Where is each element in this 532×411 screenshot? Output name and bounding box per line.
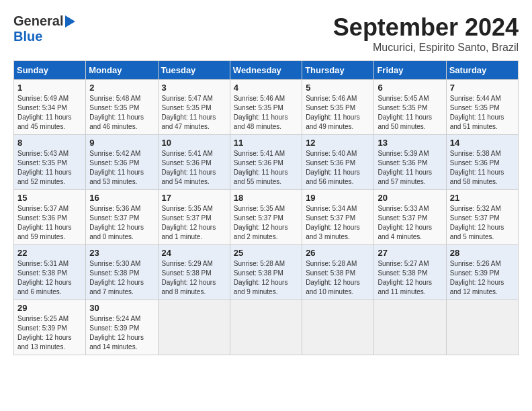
- col-sunday: Sunday: [14, 61, 86, 80]
- calendar-cell: 27Sunrise: 5:27 AM Sunset: 5:38 PM Dayli…: [374, 245, 446, 300]
- day-number: 10: [162, 138, 226, 148]
- calendar-cell: 29Sunrise: 5:25 AM Sunset: 5:39 PM Dayli…: [14, 300, 86, 355]
- calendar-cell: 25Sunrise: 5:28 AM Sunset: 5:38 PM Dayli…: [230, 245, 302, 300]
- calendar-cell: 5Sunrise: 5:46 AM Sunset: 5:35 PM Daylig…: [302, 80, 374, 135]
- calendar-subtitle: Mucurici, Espirito Santo, Brazil: [333, 42, 519, 54]
- day-number: 21: [450, 193, 515, 203]
- calendar-cell: [230, 300, 302, 355]
- day-info: Sunrise: 5:44 AM Sunset: 5:35 PM Dayligh…: [450, 94, 515, 132]
- day-info: Sunrise: 5:45 AM Sunset: 5:35 PM Dayligh…: [378, 94, 442, 132]
- calendar-cell: 1Sunrise: 5:49 AM Sunset: 5:34 PM Daylig…: [14, 80, 86, 135]
- day-number: 27: [378, 248, 442, 258]
- calendar-cell: [374, 300, 446, 355]
- calendar-cell: 12Sunrise: 5:40 AM Sunset: 5:36 PM Dayli…: [302, 135, 374, 190]
- calendar-cell: 10Sunrise: 5:41 AM Sunset: 5:36 PM Dayli…: [158, 135, 230, 190]
- calendar-cell: 15Sunrise: 5:37 AM Sunset: 5:36 PM Dayli…: [14, 190, 86, 245]
- day-number: 2: [89, 83, 154, 93]
- calendar-cell: 26Sunrise: 5:28 AM Sunset: 5:38 PM Dayli…: [302, 245, 374, 300]
- day-number: 23: [89, 248, 154, 258]
- calendar-cell: 4Sunrise: 5:46 AM Sunset: 5:35 PM Daylig…: [230, 80, 302, 135]
- day-number: 16: [89, 193, 154, 203]
- col-saturday: Saturday: [446, 61, 518, 80]
- day-info: Sunrise: 5:41 AM Sunset: 5:36 PM Dayligh…: [234, 149, 298, 187]
- day-info: Sunrise: 5:35 AM Sunset: 5:37 PM Dayligh…: [162, 204, 226, 242]
- calendar-week-5: 29Sunrise: 5:25 AM Sunset: 5:39 PM Dayli…: [14, 300, 519, 355]
- day-number: 20: [378, 193, 442, 203]
- day-info: Sunrise: 5:26 AM Sunset: 5:39 PM Dayligh…: [450, 259, 515, 297]
- day-info: Sunrise: 5:27 AM Sunset: 5:38 PM Dayligh…: [378, 259, 442, 297]
- calendar-cell: 23Sunrise: 5:30 AM Sunset: 5:38 PM Dayli…: [86, 245, 158, 300]
- calendar-cell: [158, 300, 230, 355]
- day-info: Sunrise: 5:37 AM Sunset: 5:36 PM Dayligh…: [17, 204, 82, 242]
- calendar-cell: 2Sunrise: 5:48 AM Sunset: 5:35 PM Daylig…: [86, 80, 158, 135]
- day-info: Sunrise: 5:32 AM Sunset: 5:37 PM Dayligh…: [450, 204, 515, 242]
- day-number: 18: [234, 193, 298, 203]
- calendar-cell: [446, 300, 518, 355]
- header-row: Sunday Monday Tuesday Wednesday Thursday…: [14, 61, 519, 80]
- logo-text: General: [13, 13, 63, 29]
- day-info: Sunrise: 5:47 AM Sunset: 5:35 PM Dayligh…: [162, 94, 226, 132]
- day-info: Sunrise: 5:43 AM Sunset: 5:35 PM Dayligh…: [17, 149, 82, 187]
- calendar-cell: 24Sunrise: 5:29 AM Sunset: 5:38 PM Dayli…: [158, 245, 230, 300]
- day-number: 28: [450, 248, 515, 258]
- day-info: Sunrise: 5:30 AM Sunset: 5:38 PM Dayligh…: [89, 259, 154, 297]
- calendar-cell: 7Sunrise: 5:44 AM Sunset: 5:35 PM Daylig…: [446, 80, 518, 135]
- day-info: Sunrise: 5:40 AM Sunset: 5:36 PM Dayligh…: [306, 149, 370, 187]
- day-number: 30: [89, 303, 154, 313]
- day-number: 4: [234, 83, 298, 93]
- day-info: Sunrise: 5:41 AM Sunset: 5:36 PM Dayligh…: [162, 149, 226, 187]
- calendar-cell: 9Sunrise: 5:42 AM Sunset: 5:36 PM Daylig…: [86, 135, 158, 190]
- day-info: Sunrise: 5:25 AM Sunset: 5:39 PM Dayligh…: [17, 314, 82, 352]
- col-friday: Friday: [374, 61, 446, 80]
- calendar-body: 1Sunrise: 5:49 AM Sunset: 5:34 PM Daylig…: [14, 80, 519, 355]
- calendar-cell: 22Sunrise: 5:31 AM Sunset: 5:38 PM Dayli…: [14, 245, 86, 300]
- calendar-week-2: 8Sunrise: 5:43 AM Sunset: 5:35 PM Daylig…: [14, 135, 519, 190]
- calendar-cell: 28Sunrise: 5:26 AM Sunset: 5:39 PM Dayli…: [446, 245, 518, 300]
- day-info: Sunrise: 5:38 AM Sunset: 5:36 PM Dayligh…: [450, 149, 515, 187]
- calendar-cell: 19Sunrise: 5:34 AM Sunset: 5:37 PM Dayli…: [302, 190, 374, 245]
- day-info: Sunrise: 5:28 AM Sunset: 5:38 PM Dayligh…: [234, 259, 298, 297]
- day-number: 22: [17, 248, 82, 258]
- page-header: General Blue September 2024 Mucurici, Es…: [13, 13, 519, 54]
- calendar-cell: 14Sunrise: 5:38 AM Sunset: 5:36 PM Dayli…: [446, 135, 518, 190]
- day-number: 7: [450, 83, 515, 93]
- day-info: Sunrise: 5:31 AM Sunset: 5:38 PM Dayligh…: [17, 259, 82, 297]
- calendar-cell: 13Sunrise: 5:39 AM Sunset: 5:36 PM Dayli…: [374, 135, 446, 190]
- day-number: 14: [450, 138, 515, 148]
- day-info: Sunrise: 5:46 AM Sunset: 5:35 PM Dayligh…: [306, 94, 370, 132]
- day-info: Sunrise: 5:29 AM Sunset: 5:38 PM Dayligh…: [162, 259, 226, 297]
- day-number: 12: [306, 138, 370, 148]
- day-info: Sunrise: 5:39 AM Sunset: 5:36 PM Dayligh…: [378, 149, 442, 187]
- day-info: Sunrise: 5:42 AM Sunset: 5:36 PM Dayligh…: [89, 149, 154, 187]
- calendar-cell: 8Sunrise: 5:43 AM Sunset: 5:35 PM Daylig…: [14, 135, 86, 190]
- day-number: 13: [378, 138, 442, 148]
- day-number: 26: [306, 248, 370, 258]
- logo-blue-text: Blue: [13, 29, 42, 44]
- day-number: 9: [89, 138, 154, 148]
- day-number: 17: [162, 193, 226, 203]
- day-info: Sunrise: 5:36 AM Sunset: 5:37 PM Dayligh…: [89, 204, 154, 242]
- calendar-cell: 30Sunrise: 5:24 AM Sunset: 5:39 PM Dayli…: [86, 300, 158, 355]
- col-tuesday: Tuesday: [158, 61, 230, 80]
- calendar-cell: 17Sunrise: 5:35 AM Sunset: 5:37 PM Dayli…: [158, 190, 230, 245]
- title-block: September 2024 Mucurici, Espirito Santo,…: [333, 13, 519, 54]
- day-number: 8: [17, 138, 82, 148]
- col-thursday: Thursday: [302, 61, 374, 80]
- calendar-cell: 11Sunrise: 5:41 AM Sunset: 5:36 PM Dayli…: [230, 135, 302, 190]
- day-number: 6: [378, 83, 442, 93]
- day-number: 29: [17, 303, 82, 313]
- day-info: Sunrise: 5:49 AM Sunset: 5:34 PM Dayligh…: [17, 94, 82, 132]
- day-number: 15: [17, 193, 82, 203]
- calendar-week-1: 1Sunrise: 5:49 AM Sunset: 5:34 PM Daylig…: [14, 80, 519, 135]
- day-number: 3: [162, 83, 226, 93]
- day-number: 19: [306, 193, 370, 203]
- logo-general-text: General: [13, 13, 63, 28]
- day-number: 11: [234, 138, 298, 148]
- calendar-cell: 16Sunrise: 5:36 AM Sunset: 5:37 PM Dayli…: [86, 190, 158, 245]
- calendar-cell: 21Sunrise: 5:32 AM Sunset: 5:37 PM Dayli…: [446, 190, 518, 245]
- day-number: 24: [162, 248, 226, 258]
- calendar-table: Sunday Monday Tuesday Wednesday Thursday…: [13, 60, 519, 355]
- calendar-cell: 6Sunrise: 5:45 AM Sunset: 5:35 PM Daylig…: [374, 80, 446, 135]
- calendar-title: September 2024: [333, 13, 519, 42]
- calendar-header: Sunday Monday Tuesday Wednesday Thursday…: [14, 61, 519, 80]
